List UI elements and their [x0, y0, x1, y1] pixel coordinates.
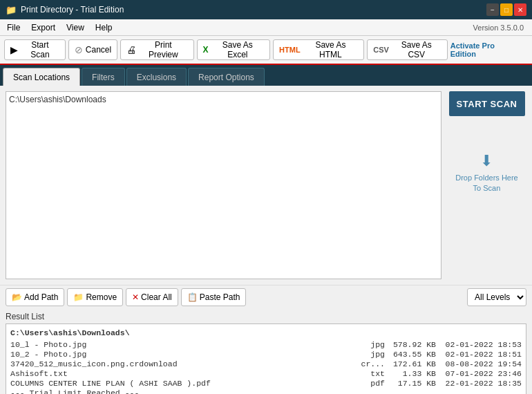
scan-path: C:\Users\ashis\Downloads [9, 95, 438, 104]
activate-pro-link[interactable]: Activate Pro Edition [450, 41, 528, 58]
drop-text: Drop Folders HereTo Scan [455, 173, 517, 194]
minimize-button[interactable]: − [486, 3, 499, 16]
file-ext: txt [361, 369, 385, 378]
file-name: 10_2 - Photo.jpg [10, 350, 358, 359]
file-ext: jpg [361, 350, 385, 359]
table-row: 10_l - Photo.jpg jpg 578.92 KB 02-01-202… [10, 340, 522, 349]
file-name: 37420_512_music_icon.png.crdownload [10, 359, 358, 368]
remove-button[interactable]: 📁 Remove [67, 288, 123, 306]
table-row: 10_2 - Photo.jpg jpg 643.55 KB 02-01-202… [10, 350, 522, 359]
title-bar: 📁 Print Directory - Trial Edition − □ ✕ [0, 0, 532, 19]
toolbar-left: ▶ Start Scan ⊘ Cancel 🖨 Print Preview X … [4, 39, 448, 60]
save-excel-label: Save As Excel [211, 40, 264, 59]
folder-remove-icon: 📁 [73, 292, 84, 302]
paste-path-label: Paste Path [200, 292, 240, 302]
clear-all-button[interactable]: ✕ Clear All [126, 288, 178, 306]
menu-export[interactable]: Export [27, 21, 59, 34]
start-scan-label: Start Scan [21, 40, 59, 59]
result-scroll-container[interactable]: C:\Users\ashis\Downloads\ 10_l - Photo.j… [6, 323, 526, 394]
file-date: 02-01-2022 18:53 [439, 340, 522, 349]
folder-add-icon: 📂 [12, 292, 22, 302]
file-ext: pdf [361, 379, 385, 388]
add-path-label: Add Path [24, 292, 58, 302]
file-ext: jpg [361, 340, 385, 349]
cancel-icon: ⊘ [75, 44, 83, 55]
print-preview-label: Print Preview [139, 40, 187, 59]
file-name: Ashisoft.txt [10, 369, 358, 378]
toolbar: ▶ Start Scan ⊘ Cancel 🖨 Print Preview X … [0, 36, 532, 65]
level-select[interactable]: All Levels 1 Level 2 Levels 3 Levels [467, 288, 526, 306]
menu-bar-left: File Export View Help [3, 21, 117, 34]
action-bar: 📂 Add Path 📁 Remove ✕ Clear All 📋 Paste … [0, 285, 532, 309]
file-size: 578.92 KB [388, 340, 436, 349]
print-icon: 🖨 [126, 44, 136, 55]
scan-locations-box[interactable]: C:\Users\ashis\Downloads [6, 91, 441, 279]
file-name: 10_l - Photo.jpg [10, 340, 358, 349]
cancel-label: Cancel [86, 45, 111, 55]
version-label: Version 3.5.0.0 [473, 24, 529, 32]
start-scan-toolbar-button[interactable]: ▶ Start Scan [4, 39, 66, 60]
result-section: Result List C:\Users\ashis\Downloads\ 10… [0, 309, 532, 394]
file-date: 02-01-2022 18:51 [439, 350, 522, 359]
save-csv-label: Save As CSV [392, 40, 441, 59]
clear-all-label: Clear All [141, 292, 172, 302]
menu-file[interactable]: File [3, 21, 24, 34]
file-size: 172.61 KB [388, 359, 436, 368]
drop-area: ⬇ Drop Folders HereTo Scan [455, 152, 517, 194]
maximize-button[interactable]: □ [500, 3, 513, 16]
save-as-csv-button[interactable]: CSV Save As CSV [367, 39, 447, 60]
scan-panel: START SCAN ⬇ Drop Folders HereTo Scan [447, 91, 526, 279]
print-preview-button[interactable]: 🖨 Print Preview [120, 39, 193, 60]
file-size: 643.55 KB [388, 350, 436, 359]
tab-report-options[interactable]: Report Options [188, 68, 265, 86]
trial-message: --- Trial Limit Reached --- [10, 388, 522, 394]
file-date: 08-08-2022 19:54 [439, 359, 522, 368]
cancel-button[interactable]: ⊘ Cancel [68, 39, 117, 60]
csv-icon: CSV [373, 46, 389, 54]
title-bar-left: 📁 Print Directory - Trial Edition [6, 5, 124, 15]
menu-view[interactable]: View [62, 21, 88, 34]
title-bar-controls: − □ ✕ [486, 3, 526, 16]
paste-icon: 📋 [187, 292, 198, 302]
paste-path-button[interactable]: 📋 Paste Path [181, 288, 247, 306]
tab-filters[interactable]: Filters [82, 68, 125, 86]
table-row: 37420_512_music_icon.png.crdownload cr..… [10, 359, 522, 368]
file-ext: cr... [361, 359, 385, 368]
excel-icon: X [203, 45, 209, 55]
table-row: Ashisoft.txt txt 1.33 KB 07-01-2022 23:4… [10, 369, 522, 378]
file-date: 22-01-2022 18:35 [439, 379, 522, 388]
app-icon: 📁 [6, 5, 17, 15]
remove-label: Remove [86, 292, 117, 302]
result-list-label: Result List [6, 312, 526, 321]
result-files: 10_l - Photo.jpg jpg 578.92 KB 02-01-202… [10, 340, 522, 394]
result-path: C:\Users\ashis\Downloads\ [10, 328, 522, 337]
start-scan-button[interactable]: START SCAN [449, 91, 525, 116]
tab-scan-locations[interactable]: Scan Locations [3, 68, 80, 86]
save-html-label: Save As HTML [303, 40, 359, 59]
menu-bar: File Export View Help Version 3.5.0.0 [0, 19, 532, 36]
file-size: 1.33 KB [388, 369, 436, 378]
play-icon: ▶ [10, 44, 18, 55]
main-content: C:\Users\ashis\Downloads START SCAN ⬇ Dr… [0, 86, 532, 285]
file-date: 07-01-2022 23:46 [439, 369, 522, 378]
file-name: COLUMNS CENTER LINE PLAN ( ASHI SAAB ).p… [10, 379, 358, 388]
file-size: 17.15 KB [388, 379, 436, 388]
html-icon: HTML [279, 46, 301, 54]
tabs: Scan Locations Filters Exclusions Report… [0, 65, 532, 86]
table-row: COLUMNS CENTER LINE PLAN ( ASHI SAAB ).p… [10, 379, 522, 388]
title-bar-text: Print Directory - Trial Edition [21, 5, 124, 15]
drop-arrow-icon: ⬇ [480, 152, 493, 170]
clear-icon: ✕ [132, 292, 139, 302]
menu-help[interactable]: Help [91, 21, 117, 34]
close-button[interactable]: ✕ [514, 3, 526, 16]
save-as-excel-button[interactable]: X Save As Excel [197, 39, 270, 60]
save-as-html-button[interactable]: HTML Save As HTML [273, 39, 364, 60]
add-path-button[interactable]: 📂 Add Path [6, 288, 64, 306]
tab-exclusions[interactable]: Exclusions [126, 68, 187, 86]
